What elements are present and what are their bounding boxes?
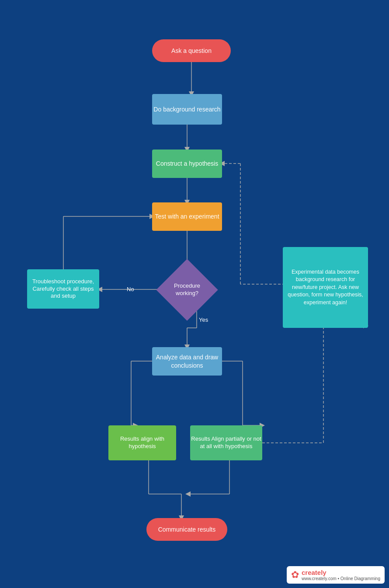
background-research-node: Do background research: [152, 94, 222, 125]
communicate-results-label: Communicate results: [158, 525, 216, 533]
experimental-data-label: Experimental data becomes background res…: [283, 268, 368, 307]
creately-logo-icon: ✿: [291, 569, 299, 581]
yes-label: Yes: [199, 317, 208, 323]
procedure-working-label: Procedure working?: [174, 282, 200, 296]
watermark-url: www.creately.com • Online Diagramming: [302, 576, 380, 581]
results-align-label: Results align with hypothesis: [108, 435, 176, 450]
analyze-data-label: Analyze data and draw conclusions: [152, 353, 222, 369]
test-experiment-node: Test with an experiment: [152, 202, 222, 231]
ask-question-node: Ask a question: [152, 39, 231, 62]
results-align-node: Results align with hypothesis: [108, 425, 176, 460]
ask-question-label: Ask a question: [171, 47, 212, 55]
results-partial-label: Results Align partially or not at all wi…: [190, 435, 262, 450]
troubleshoot-node: Troubleshoot procedure, Carefully check …: [27, 269, 99, 309]
construct-hypothesis-node: Construct a hypothesis: [152, 150, 222, 178]
flowchart: Ask a question Do background research Co…: [0, 0, 389, 588]
background-research-label: Do background research: [153, 105, 220, 113]
communicate-results-node: Communicate results: [146, 518, 227, 541]
procedure-working-node: Procedure working?: [156, 259, 218, 320]
test-experiment-label: Test with an experiment: [155, 212, 219, 220]
analyze-data-node: Analyze data and draw conclusions: [152, 347, 222, 376]
troubleshoot-label: Troubleshoot procedure, Carefully check …: [27, 278, 99, 300]
experimental-data-node: Experimental data becomes background res…: [283, 247, 368, 328]
watermark: ✿ creately www.creately.com • Online Dia…: [287, 566, 385, 584]
no-label: No: [127, 286, 134, 292]
creately-brand: creately: [302, 569, 380, 576]
construct-hypothesis-label: Construct a hypothesis: [156, 160, 218, 167]
results-partial-node: Results Align partially or not at all wi…: [190, 425, 262, 460]
